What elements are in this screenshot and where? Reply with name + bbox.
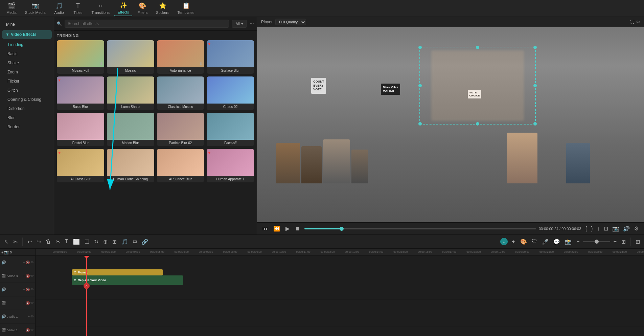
link-tool[interactable]: 🔗 xyxy=(140,237,150,246)
more-options-button[interactable]: ··· xyxy=(250,21,254,27)
effect-card-surface-blur[interactable]: ♥Surface Blur xyxy=(207,40,254,74)
mosaic-effect-clip[interactable]: ⊙ Mosaic xyxy=(72,269,163,275)
select-tool[interactable]: ↖ xyxy=(3,237,10,246)
settings-track-icon[interactable]: ⚙ xyxy=(9,251,12,254)
toolbar-templates[interactable]: 📋 Templates xyxy=(174,1,198,16)
sidebar-item-zoom[interactable]: Zoom xyxy=(2,68,52,76)
camera-icon[interactable]: 📷 xyxy=(4,250,9,254)
sidebar-item-distortion[interactable]: Distortion xyxy=(2,104,52,113)
effect-card-ai-cross-blur[interactable]: ♥AI Cross Blur xyxy=(57,149,104,182)
video3-mute[interactable]: 🔇 xyxy=(26,274,30,278)
overlay-button[interactable]: ⊡ xyxy=(602,225,610,232)
video1-vis[interactable]: 👁 xyxy=(30,328,34,332)
mic-tool[interactable]: 🎤 xyxy=(540,237,550,246)
effect-card-basic-blur[interactable]: ♥⬇Basic Blur xyxy=(57,76,104,110)
redo-button[interactable]: ↪ xyxy=(35,237,42,246)
progress-handle[interactable] xyxy=(340,227,344,231)
sidebar-item-shake[interactable]: Shake xyxy=(2,59,52,67)
snapshot-tool[interactable]: 📸 xyxy=(564,237,573,246)
video2-vis[interactable]: 👁 xyxy=(30,301,34,305)
effect-card-ai-surface-blur[interactable]: AI Surface Blur xyxy=(157,149,204,182)
rewind-button[interactable]: ⏮ xyxy=(261,225,269,232)
audio1-add[interactable]: + xyxy=(28,315,30,318)
toolbar-titles[interactable]: T Titles xyxy=(69,1,87,16)
effect-card-human-apparate[interactable]: ♥Human Apparate 1 xyxy=(207,149,254,182)
audio1-vis[interactable]: 👁 xyxy=(30,315,34,318)
sidebar-item-blur[interactable]: Blur xyxy=(2,113,52,122)
toolbar-stock-media[interactable]: 📷 Stock Media xyxy=(22,1,49,16)
effect-card-classical-mosaic[interactable]: Classical Mosaic xyxy=(157,76,204,110)
video2-add[interactable]: + xyxy=(23,301,25,305)
trim-tool[interactable]: ✂ xyxy=(12,237,19,246)
effect-card-mosaic[interactable]: Mosaic xyxy=(107,40,154,74)
quality-selector[interactable]: Full Quality Half Quality xyxy=(275,19,306,25)
sidebar-item-trending[interactable]: Trending xyxy=(2,40,52,49)
audio2-add[interactable]: + xyxy=(23,288,25,291)
sidebar-item-opening-closing[interactable]: Opening & Closing xyxy=(2,95,52,104)
audio3-vis[interactable]: 👁 xyxy=(30,261,34,264)
snap-button[interactable]: ⊙ xyxy=(500,238,508,245)
audio3-add[interactable]: + xyxy=(23,261,25,264)
effect-card-mosaic-full[interactable]: ⬇Mosaic Full xyxy=(57,40,104,74)
subtitle-tool[interactable]: 💬 xyxy=(552,237,561,246)
audio2-vis[interactable]: 👁 xyxy=(30,288,34,291)
effect-card-particle-blur[interactable]: Particle Blur 02 xyxy=(157,113,204,146)
effect-card-luma-sharp[interactable]: Luma Sharp xyxy=(107,76,154,110)
toolbar-stickers[interactable]: ⭐ Stickers xyxy=(153,1,172,16)
mark-out-button[interactable]: } xyxy=(590,225,594,232)
rotate-tool[interactable]: ↻ xyxy=(93,237,100,246)
settings-button[interactable]: ⚙ xyxy=(636,20,640,24)
audio3-mute[interactable]: 🔇 xyxy=(26,261,30,264)
effect-card-motion-blur[interactable]: Motion Blur xyxy=(107,113,154,146)
toolbar-filters[interactable]: 🎨 Filters xyxy=(134,1,151,16)
toolbar-media[interactable]: 🎬 Media xyxy=(3,1,20,16)
sidebar-item-border[interactable]: Border xyxy=(2,122,52,131)
video1-mute[interactable]: 🔇 xyxy=(26,328,30,332)
sidebar-item-basic[interactable]: Basic xyxy=(2,49,52,58)
toolbar-audio[interactable]: 🎵 Audio xyxy=(50,1,68,16)
grid-view-btn[interactable]: ⊞ xyxy=(634,237,641,246)
sidebar-item-flicker[interactable]: Flicker xyxy=(2,77,52,86)
progress-bar[interactable] xyxy=(304,228,536,229)
zoom-in-btn[interactable]: + xyxy=(612,237,618,246)
zoom-handle[interactable] xyxy=(595,240,599,244)
effect-card-face-off[interactable]: Face-off xyxy=(207,113,254,146)
undo-button[interactable]: ↩ xyxy=(26,237,33,246)
copy-tool[interactable]: ⧉ xyxy=(132,237,138,246)
mark-in-button[interactable]: { xyxy=(584,225,588,232)
group-tool[interactable]: ❏ xyxy=(83,237,91,246)
zoom-out-btn[interactable]: − xyxy=(575,237,581,246)
effect-card-human-clone[interactable]: Human Clone Shinning xyxy=(107,149,154,182)
detach-audio[interactable]: 🎵 xyxy=(120,237,130,246)
audio2-mute[interactable]: 🔇 xyxy=(26,288,30,291)
playhead[interactable]: ✕ xyxy=(86,256,87,336)
insert-button[interactable]: ↓ xyxy=(596,225,601,232)
effect-card-pastel-blur[interactable]: Pastel Blur xyxy=(57,113,104,146)
sidebar-video-effects[interactable]: ▼ Video Effects xyxy=(2,30,52,39)
step-back-button[interactable]: ⏪ xyxy=(272,225,281,232)
cut-button[interactable]: ✂ xyxy=(54,237,62,246)
adjust-tool[interactable]: ⊞ xyxy=(111,237,118,246)
stop-button[interactable]: ⏹ xyxy=(294,225,302,232)
fit-btn[interactable]: ⊞ xyxy=(620,237,627,246)
settings-ctrl-button[interactable]: ⚙ xyxy=(632,225,640,232)
shield-tool[interactable]: 🛡 xyxy=(530,237,538,246)
split-tool[interactable]: ⊕ xyxy=(102,237,109,246)
play-button[interactable]: ▶ xyxy=(284,225,291,232)
snapshot-button[interactable]: 📷 xyxy=(611,225,620,232)
crop-tool[interactable]: ⬜ xyxy=(72,237,81,246)
filter-dropdown[interactable]: All ▾ xyxy=(232,20,247,28)
fullscreen-button[interactable]: ⛶ xyxy=(630,20,634,24)
video2-mute[interactable]: 🔇 xyxy=(26,301,30,305)
search-input[interactable] xyxy=(65,20,229,28)
toolbar-effects[interactable]: ✨ Effects xyxy=(114,0,132,16)
sidebar-item-glitch[interactable]: Glitch xyxy=(2,86,52,95)
volume-button[interactable]: 🔊 xyxy=(622,225,631,232)
effect-card-chaos02[interactable]: Chaos 02 xyxy=(207,76,254,110)
video1-add[interactable]: + xyxy=(23,328,25,332)
video3-add[interactable]: + xyxy=(23,274,25,278)
toolbar-transitions[interactable]: ↔ Transitions xyxy=(88,1,113,16)
text-tool[interactable]: T xyxy=(64,237,70,246)
zoom-slider[interactable] xyxy=(583,241,610,242)
ai-tool[interactable]: ✦ xyxy=(510,237,517,246)
